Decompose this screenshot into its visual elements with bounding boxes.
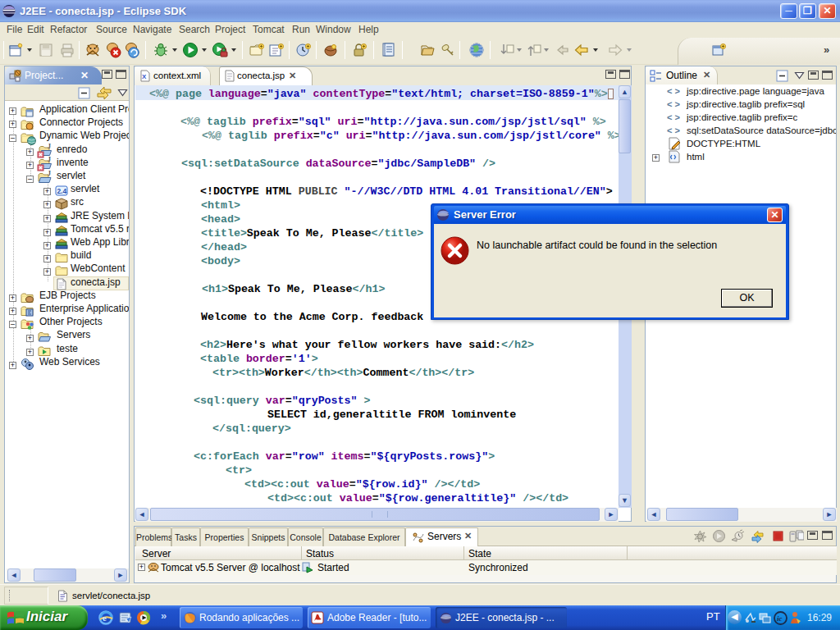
svg-text:e: e xyxy=(103,613,107,623)
svg-text:J: J xyxy=(48,144,51,150)
svg-text:ic: ic xyxy=(777,614,783,623)
svg-text:J: J xyxy=(48,157,51,163)
svg-text:X: X xyxy=(142,73,147,80)
svg-text:J: J xyxy=(48,171,51,177)
svg-text:2.4: 2.4 xyxy=(57,187,66,195)
